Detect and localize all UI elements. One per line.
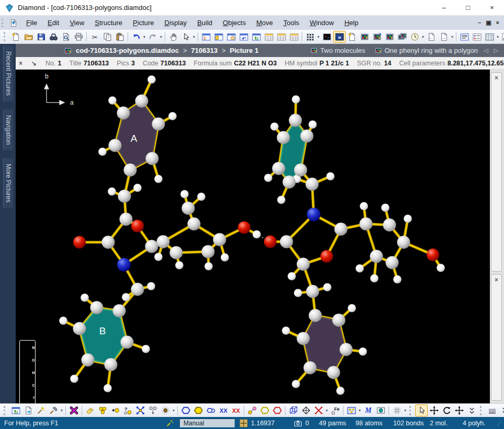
atom-C[interactable]: [131, 283, 144, 296]
navigation-pane-icon[interactable]: [200, 31, 212, 43]
atom-C[interactable]: [272, 162, 285, 175]
picture-copy-icon[interactable]: [358, 31, 371, 43]
menu-build[interactable]: Build: [192, 19, 217, 27]
remove-net-red-icon[interactable]: XX: [230, 404, 242, 416]
atom-H[interactable]: [323, 283, 331, 291]
update-structure-icon[interactable]: ↻: [9, 404, 22, 416]
rebuild-dropdown-icon[interactable]: ▾: [60, 408, 64, 413]
atom-O[interactable]: [73, 236, 86, 249]
atom-C[interactable]: [289, 114, 302, 127]
create-bond-icon[interactable]: [246, 404, 258, 416]
menu-move[interactable]: Move: [251, 19, 278, 27]
atom-H[interactable]: [264, 174, 272, 182]
atom-C[interactable]: [202, 245, 215, 258]
print-icon[interactable]: [72, 31, 85, 43]
goto-record-icon[interactable]: ↘: [31, 60, 37, 67]
menubar-grip[interactable]: [2, 19, 6, 27]
ring-template-icon[interactable]: [204, 404, 217, 416]
menu-window[interactable]: Window: [304, 19, 339, 27]
atom-O[interactable]: [320, 250, 333, 263]
atom-C[interactable]: [301, 130, 314, 143]
breadcrumb-item[interactable]: Picture 1: [230, 47, 258, 54]
data-brief-icon[interactable]: [275, 31, 288, 43]
panel-close-icon[interactable]: ×: [491, 275, 501, 284]
table-view-icon[interactable]: [483, 31, 496, 43]
mdi-restore-button[interactable]: ▣: [486, 19, 491, 26]
copy-icon[interactable]: [101, 31, 113, 43]
delete-bonds-dropdown-icon[interactable]: ▾: [325, 408, 329, 413]
sidebar-tab-recent-pictures[interactable]: Recent Pictures: [3, 46, 13, 101]
grid-toggle-dropdown-icon[interactable]: ▾: [403, 408, 407, 413]
atom-C[interactable]: [120, 213, 133, 226]
atom-H[interactable]: [356, 264, 364, 273]
properties-pane-icon[interactable]: [212, 31, 225, 43]
atom-C[interactable]: [327, 366, 340, 379]
table-view-dropdown-icon[interactable]: ▾: [496, 35, 500, 39]
picture-history-dropdown-icon[interactable]: ▾: [421, 35, 425, 39]
atom-H[interactable]: [197, 193, 205, 201]
atom-C[interactable]: [294, 164, 307, 177]
atom-H[interactable]: [133, 184, 142, 192]
atom-H[interactable]: [253, 230, 261, 239]
atom-H[interactable]: [370, 274, 379, 283]
menu-file[interactable]: File: [21, 19, 42, 27]
atom-C[interactable]: [152, 118, 165, 131]
atom-C[interactable]: [73, 322, 86, 335]
atom-H[interactable]: [142, 345, 150, 353]
mdi-close-button[interactable]: ×: [496, 19, 499, 26]
new-picture-icon[interactable]: [346, 31, 358, 43]
redo-icon[interactable]: [146, 31, 159, 43]
histogram-icon[interactable]: [500, 31, 504, 43]
atom-H[interactable]: [221, 253, 229, 262]
atom-N[interactable]: [117, 258, 131, 272]
atom-C[interactable]: [370, 250, 383, 263]
atom-H[interactable]: [270, 122, 279, 131]
thumbnails-dropdown-icon[interactable]: ▾: [316, 35, 320, 39]
picture-link[interactable]: One phenyl ring with a polygon: [374, 47, 478, 54]
ring-search-red-icon[interactable]: [271, 404, 283, 416]
menu-edit[interactable]: Edit: [42, 19, 64, 27]
atom-H[interactable]: [104, 384, 112, 392]
atom-C[interactable]: [121, 336, 134, 349]
picture-gallery-icon[interactable]: [396, 31, 408, 43]
atom-C[interactable]: [102, 236, 115, 249]
atom-C[interactable]: [306, 178, 319, 191]
atom-H[interactable]: [393, 275, 402, 284]
menu-objects[interactable]: Objects: [217, 19, 251, 27]
structure-viewport[interactable]: ABba NOHC?: [16, 70, 490, 403]
grid-toggle-icon[interactable]: [391, 404, 403, 416]
atom-C[interactable]: [360, 218, 373, 231]
add-atoms-icon[interactable]: [96, 404, 109, 416]
cell-edges-icon[interactable]: [300, 404, 312, 416]
picture-history-icon[interactable]: [408, 31, 421, 43]
atom-C[interactable]: [188, 218, 201, 231]
menu-help[interactable]: Help: [339, 19, 364, 27]
toolbar-grip[interactable]: [409, 406, 413, 415]
minimize-button[interactable]: –: [432, 0, 456, 15]
ring-search-yellow-icon[interactable]: [258, 404, 271, 416]
rotate-mode-icon[interactable]: [440, 404, 453, 416]
atom-H[interactable]: [381, 204, 390, 212]
atom-C[interactable]: [135, 95, 148, 108]
atom-C[interactable]: [113, 304, 126, 318]
data-export-icon[interactable]: [288, 31, 300, 43]
atom-C[interactable]: [213, 233, 226, 246]
breadcrumb-scroll-arrows[interactable]: ◁ ▷: [484, 47, 500, 54]
atom-C[interactable]: [306, 285, 319, 298]
atom-N[interactable]: [307, 208, 320, 221]
atom-C[interactable]: [297, 258, 310, 271]
atom-H[interactable]: [292, 95, 300, 104]
rebuild-icon[interactable]: [47, 404, 60, 416]
panel-close-icon[interactable]: ×: [491, 73, 501, 82]
coordination-dropdown-icon[interactable]: ▾: [171, 408, 176, 413]
save-document-icon[interactable]: [35, 31, 47, 43]
menu-structure[interactable]: Structure: [89, 19, 128, 27]
atom-C[interactable]: [105, 358, 118, 371]
atom-C[interactable]: [304, 362, 317, 375]
atom-H[interactable]: [359, 347, 367, 356]
maximize-button[interactable]: □: [456, 0, 480, 15]
shift-mode-icon[interactable]: [428, 404, 440, 416]
menu-view[interactable]: View: [64, 19, 89, 27]
atom-H[interactable]: [108, 96, 117, 105]
mode-overflow-icon[interactable]: [465, 404, 478, 416]
